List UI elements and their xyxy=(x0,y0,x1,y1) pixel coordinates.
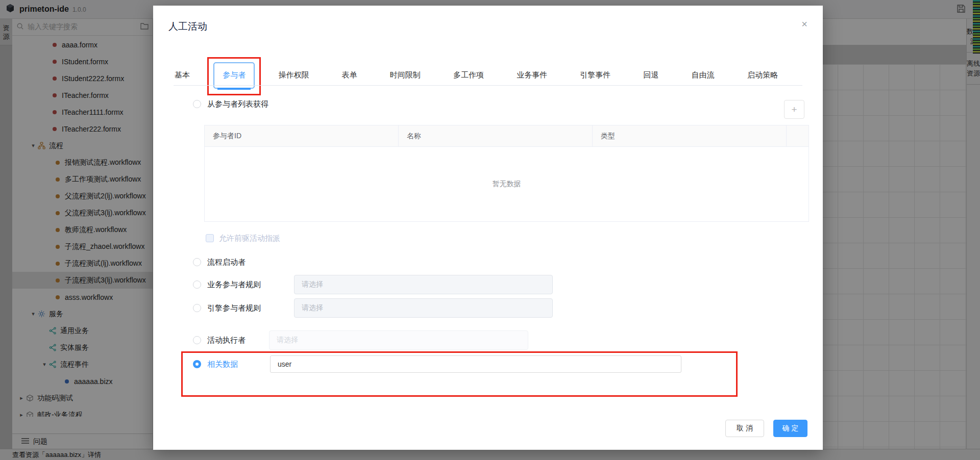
related-data-row[interactable]: 相关数据 user xyxy=(193,354,754,374)
tab-0[interactable]: 基本 xyxy=(174,68,191,82)
tab-10[interactable]: 启动策略 xyxy=(746,68,779,82)
participant-list-radio[interactable] xyxy=(193,100,201,108)
cancel-button[interactable]: 取 消 xyxy=(725,420,764,437)
table-header: 参与者ID 名称 类型 xyxy=(205,125,808,147)
participant-list-row[interactable]: 从参与者列表获得 xyxy=(193,94,268,114)
business-participant-rule-radio[interactable] xyxy=(193,280,201,289)
table-empty-state: 暂无数据 xyxy=(205,147,808,221)
business-participant-rule-select[interactable]: 请选择 xyxy=(294,275,553,294)
tab-participants[interactable]: 参与者 xyxy=(222,68,247,82)
process-starter-row[interactable]: 流程启动者 xyxy=(193,252,246,272)
related-data-label: 相关数据 xyxy=(207,360,238,369)
process-starter-label: 流程启动者 xyxy=(207,258,246,267)
engine-participant-rule-label: 引擎参与者规则 xyxy=(207,303,261,313)
engine-participant-rule-row[interactable]: 引擎参与者规则 请选择 xyxy=(193,298,754,318)
related-data-input[interactable]: user xyxy=(270,355,681,373)
tab-7[interactable]: 引擎事件 xyxy=(579,68,611,82)
column-name: 名称 xyxy=(399,125,593,146)
allow-predecessor-assign-checkbox[interactable] xyxy=(206,234,214,242)
business-participant-rule-label: 业务参与者规则 xyxy=(207,280,261,290)
column-type: 类型 xyxy=(593,125,787,146)
dialog-title: 人工活动 xyxy=(168,20,207,33)
process-starter-radio[interactable] xyxy=(193,258,201,266)
participant-list-label: 从参与者列表获得 xyxy=(207,99,268,109)
activity-executor-radio[interactable] xyxy=(193,336,201,344)
activity-executor-label: 活动执行者 xyxy=(207,336,246,345)
tab-8[interactable]: 回退 xyxy=(643,68,660,82)
add-participant-button[interactable]: + xyxy=(784,100,804,119)
tab-2[interactable]: 操作权限 xyxy=(277,68,310,82)
tab-4[interactable]: 时间限制 xyxy=(389,68,422,82)
tab-5[interactable]: 多工作项 xyxy=(452,68,485,82)
manual-activity-dialog: 人工活动 × 基本参与者操作权限表单时间限制多工作项业务事件引擎事件回退自由流启… xyxy=(153,6,823,450)
confirm-button[interactable]: 确 定 xyxy=(773,420,807,437)
allow-predecessor-assign-label: 允许前驱活动指派 xyxy=(219,234,280,243)
allow-predecessor-assign-row: 允许前驱活动指派 xyxy=(206,233,280,243)
tab-6[interactable]: 业务事件 xyxy=(516,68,548,82)
tab-3[interactable]: 表单 xyxy=(341,68,358,82)
activity-executor-select: 请选择 xyxy=(269,330,528,350)
tabs-divider xyxy=(174,85,802,86)
business-participant-rule-row[interactable]: 业务参与者规则 请选择 xyxy=(193,275,754,294)
activity-executor-row[interactable]: 活动执行者 请选择 xyxy=(193,330,754,350)
engine-participant-rule-select[interactable]: 请选择 xyxy=(294,298,553,318)
tab-9[interactable]: 自由流 xyxy=(691,68,716,82)
related-data-radio[interactable] xyxy=(193,360,201,368)
close-icon[interactable]: × xyxy=(798,18,811,30)
column-actions xyxy=(787,125,808,146)
dialog-footer: 取 消 确 定 xyxy=(725,420,807,437)
dialog-tabs: 基本参与者操作权限表单时间限制多工作项业务事件引擎事件回退自由流启动策略 xyxy=(174,65,779,85)
participants-table: 参与者ID 名称 类型 暂无数据 xyxy=(204,125,809,222)
engine-participant-rule-radio[interactable] xyxy=(193,304,201,312)
annotation-red-box-tab xyxy=(207,57,261,95)
column-participant-id: 参与者ID xyxy=(205,125,399,146)
